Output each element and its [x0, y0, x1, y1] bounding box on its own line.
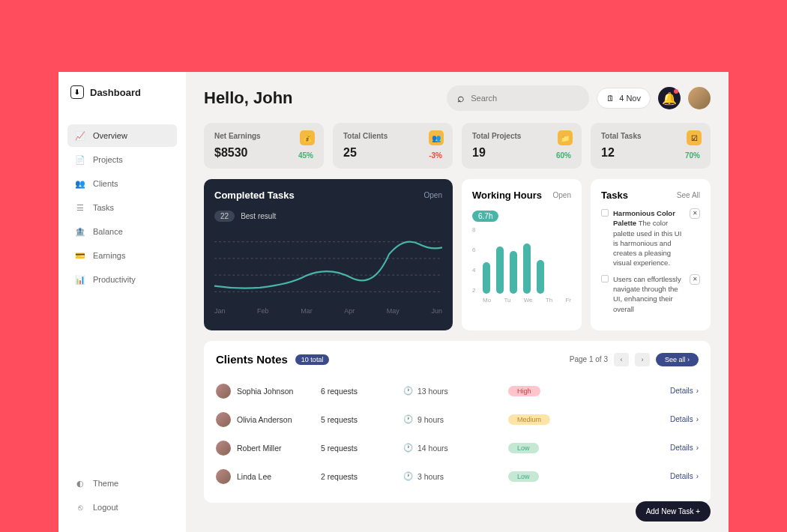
chart-y-axis: 8 6 4 2 — [472, 226, 475, 294]
details-link[interactable]: Details› — [598, 472, 699, 480]
app-name: Dashboard — [90, 87, 141, 98]
working-hours-card: Working Hours Open 6.7h 8 6 4 2 — [462, 179, 582, 330]
date-label: 4 Nov — [619, 94, 641, 103]
avatar[interactable] — [688, 87, 711, 109]
add-new-task-button[interactable]: Add New Task + — [636, 501, 711, 522]
details-link[interactable]: Details› — [598, 387, 699, 395]
task-text: Harmonious Color Palette The color palet… — [613, 208, 685, 268]
moon-icon: ◐ — [75, 478, 85, 489]
bar — [510, 251, 517, 294]
badge-text: Best result — [241, 212, 276, 220]
open-link[interactable]: Open — [553, 191, 571, 199]
sidebar-item-clients[interactable]: 👥Clients — [67, 172, 177, 195]
task-item: Harmonious Color Palette The color palet… — [601, 208, 700, 268]
stat-label: Total Tasks — [601, 132, 700, 140]
chevron-right-icon: › — [696, 415, 699, 423]
search-icon: ⌕ — [457, 91, 465, 105]
bar — [537, 260, 544, 294]
chevron-right-icon: › — [696, 387, 699, 395]
sidebar-item-balance[interactable]: 🏦Balance — [67, 220, 177, 243]
client-name: Robert Miller — [237, 444, 282, 453]
sidebar-item-projects[interactable]: 📄Projects — [67, 148, 177, 171]
details-link[interactable]: Details› — [598, 444, 699, 452]
sidebar-item-label: Projects — [93, 155, 123, 164]
clock-icon: 🕐 — [403, 443, 413, 453]
folder-icon: 📁 — [558, 130, 573, 145]
sidebar-item-label: Clients — [93, 179, 118, 188]
money-icon: 💰 — [300, 130, 315, 145]
nav-footer: ◐Theme ⎋Logout — [67, 472, 177, 519]
users-icon: 👥 — [75, 178, 85, 189]
priority-badge: Low — [508, 471, 539, 482]
card-icon: 💳 — [75, 250, 85, 261]
table-row: Olivia Anderson 5 requests 🕐9 hours Medi… — [216, 405, 699, 434]
sidebar-item-theme[interactable]: ◐Theme — [67, 472, 177, 495]
close-icon[interactable]: ✕ — [690, 274, 700, 285]
prev-page-button[interactable]: ‹ — [614, 353, 629, 366]
sidebar-item-label: Overview — [93, 131, 127, 140]
stat-pct: 70% — [685, 151, 700, 160]
clock-icon: 🕐 — [403, 414, 413, 424]
stat-pct: 60% — [556, 151, 571, 160]
best-result-badge: 22 Best result — [214, 211, 276, 222]
chevron-right-icon: › — [696, 472, 699, 480]
notes-count-badge: 10 total — [295, 354, 330, 365]
task-checkbox[interactable] — [601, 209, 609, 217]
stat-label: Total Projects — [472, 132, 571, 140]
avatar — [216, 441, 231, 456]
sidebar-item-label: Balance — [93, 227, 123, 236]
hours-badge: 6.7h — [472, 211, 498, 222]
sidebar: ⬇ Dashboard 📈Overview 📄Projects 👥Clients… — [58, 72, 186, 532]
sidebar-item-label: Productivity — [93, 275, 136, 284]
clients-notes-card: Clients Notes 10 total Page 1 of 3 ‹ › S… — [204, 341, 711, 503]
sidebar-item-earnings[interactable]: 💳Earnings — [67, 244, 177, 267]
calendar-icon: 🗓 — [606, 94, 615, 103]
stat-label: Net Earnings — [214, 132, 313, 140]
avatar — [216, 469, 231, 484]
badge-number: 22 — [214, 211, 235, 222]
tasks-card: Tasks See All Harmonious Color Palette T… — [591, 179, 711, 330]
working-hours-chart: 8 6 4 2 — [472, 226, 571, 294]
details-link[interactable]: Details› — [598, 415, 699, 423]
date-picker[interactable]: 🗓 4 Nov — [597, 88, 651, 109]
next-page-button[interactable]: › — [635, 353, 650, 366]
sidebar-item-tasks[interactable]: ☰Tasks — [67, 196, 177, 219]
sidebar-item-productivity[interactable]: 📊Productivity — [67, 268, 177, 291]
sidebar-item-label: Earnings — [93, 251, 125, 260]
hours-cell: 13 hours — [417, 387, 448, 396]
page-indicator: Page 1 of 3 — [570, 355, 608, 363]
bell-icon: 🔔 — [662, 91, 677, 106]
sidebar-item-logout[interactable]: ⎋Logout — [67, 496, 177, 519]
card-title: Working Hours — [472, 190, 542, 201]
table-row: Robert Miller 5 requests 🕐14 hours Low D… — [216, 434, 699, 462]
stat-net-earnings: Net Earnings $8530 💰 45% — [204, 123, 324, 169]
avatar — [216, 384, 231, 399]
card-title: Clients Notes — [216, 353, 288, 366]
sidebar-item-overview[interactable]: 📈Overview — [67, 124, 177, 147]
search-input[interactable] — [471, 94, 579, 103]
users-icon: 👥 — [429, 130, 444, 145]
page-title: Hello, John — [204, 88, 293, 108]
avatar — [216, 412, 231, 427]
wallet-icon: 🏦 — [75, 226, 85, 237]
client-name: Olivia Anderson — [237, 415, 292, 424]
requests-cell: 2 requests — [321, 472, 403, 481]
stat-total-projects: Total Projects 19 📁 60% — [462, 123, 582, 169]
see-all-link[interactable]: See All — [677, 191, 700, 199]
card-title: Completed Tasks — [214, 190, 295, 201]
table-row: Linda Lee 2 requests 🕐3 hours Low Detail… — [216, 462, 699, 491]
task-checkbox[interactable] — [601, 275, 609, 282]
sidebar-item-label: Logout — [93, 503, 118, 512]
search-input-wrapper[interactable]: ⌕ — [447, 85, 589, 111]
chart-x-labels: Mo Tu We Th Fr — [472, 297, 571, 303]
open-link[interactable]: Open — [424, 191, 442, 199]
completed-tasks-card: Completed Tasks Open 22 Best result — [204, 179, 453, 330]
close-icon[interactable]: ✕ — [690, 208, 700, 219]
app-window: ⬇ Dashboard 📈Overview 📄Projects 👥Clients… — [58, 72, 729, 532]
notifications-button[interactable]: 🔔 — [658, 87, 681, 109]
requests-cell: 5 requests — [321, 415, 403, 424]
see-all-button[interactable]: See all › — [656, 353, 699, 366]
priority-badge: Low — [508, 443, 539, 453]
stats-row: Net Earnings $8530 💰 45% Total Clients 2… — [204, 123, 711, 169]
sidebar-item-label: Tasks — [93, 203, 114, 212]
